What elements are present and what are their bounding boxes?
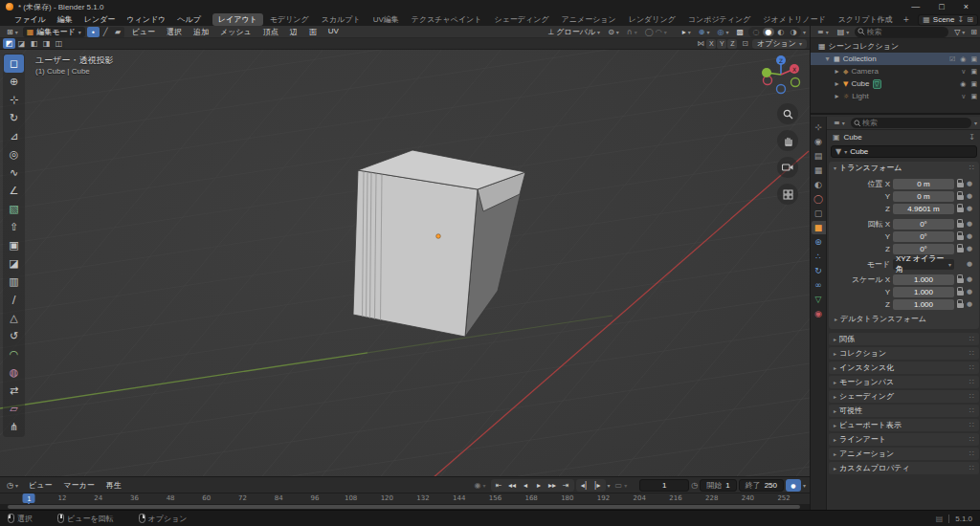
lock-icon[interactable] (957, 183, 964, 187)
tab-world[interactable]: ◯ (812, 192, 826, 206)
playhead[interactable]: 1 (23, 493, 35, 503)
play-button[interactable]: ▸ (533, 481, 546, 490)
keying-set-button[interactable]: ● (786, 479, 801, 492)
outliner-row-camera[interactable]: ▸◆Camera∨▣ (811, 65, 980, 77)
transform-value-field[interactable]: 0° (893, 219, 954, 230)
overlays-toggle[interactable]: ◎▾ (714, 27, 731, 37)
tool-spin[interactable]: ↺ (4, 327, 24, 345)
gizmo-axis-y[interactable] (762, 68, 771, 77)
workspace-tab-1[interactable]: モデリング (264, 13, 315, 26)
previous-keyframe-button[interactable]: ◂◂ (506, 481, 519, 490)
tab-particles[interactable]: ∴ (812, 250, 826, 263)
xray-toggle[interactable]: ▩ (733, 27, 746, 37)
tool-poly-build[interactable]: △ (4, 309, 24, 327)
eye-closed-icon[interactable]: ∨ (961, 68, 966, 76)
transform-value-field[interactable]: 1.000 (893, 274, 954, 285)
transform-value-field[interactable]: 0 m (893, 191, 954, 202)
animate-dot[interactable]: ● (967, 180, 972, 187)
tool-bevel[interactable]: ◪ (4, 254, 24, 273)
editor-type-button[interactable]: ⊞ ▾ (4, 27, 21, 37)
viewport-3d[interactable]: ユーザー・透視投影 (1) Cube | Cube ◻⊕⊹↻⊿◎∿∠▧⇧▣◪▥∕… (0, 50, 810, 476)
face-select-mode[interactable]: ▰ (112, 27, 124, 37)
keying-dropdown[interactable]: ▾ (803, 482, 806, 489)
tab-view-layer[interactable]: ▦ (812, 164, 826, 177)
timeline-menu-1[interactable]: マーカー (57, 480, 100, 491)
viewport-menu-6[interactable]: 面 (303, 27, 323, 37)
mirror-axis-y[interactable]: Y (717, 39, 726, 49)
gizmos-toggle[interactable]: ⊕▾ (696, 27, 713, 37)
tool-scale[interactable]: ⊿ (4, 127, 24, 145)
disclosure-icon[interactable]: ▾ (824, 55, 831, 63)
lock-icon[interactable] (957, 195, 964, 200)
mode-dropdown[interactable]: ▦ 編集モード ▾ (23, 27, 85, 37)
timeline-ruler[interactable]: 1 12243648607284961081201321441561681801… (0, 493, 810, 504)
animate-dot[interactable]: ● (967, 220, 972, 228)
auto-keying-toggle[interactable]: ◉▾ (472, 480, 489, 491)
eye-closed-icon[interactable]: ∨ (961, 93, 966, 100)
workspace-tab-6[interactable]: アニメーション (556, 13, 622, 26)
scene-collection-row[interactable]: ▦ シーンコレクション (811, 40, 980, 53)
gizmo-axis-neg-z[interactable] (777, 85, 786, 94)
rotation-mode-dropdown[interactable]: XYZ オイラー角▾ (893, 259, 954, 270)
pivot-point-dropdown[interactable]: ⊙▾ (605, 27, 622, 37)
outliner-filter-dropdown[interactable]: ▽▾ (951, 27, 968, 37)
jump-to-start-button[interactable]: ⇤ (493, 481, 505, 490)
previous-frame-button[interactable]: ◂| (578, 481, 590, 490)
tool-rip-region[interactable]: ⋔ (4, 418, 24, 436)
material-preview-shading[interactable]: ◐ (775, 28, 787, 36)
transform-value-field[interactable]: 0° (893, 231, 954, 242)
wireframe-shading[interactable]: ◌ (750, 28, 762, 36)
add-workspace-button[interactable]: + (900, 15, 914, 24)
workspace-tab-5[interactable]: シェーディング (488, 13, 554, 26)
tool-cursor[interactable]: ⊕ (4, 73, 24, 91)
tool-annotate[interactable]: ∿ (4, 164, 24, 182)
workspace-tab-3[interactable]: UV編集 (368, 13, 405, 26)
options-dropdown[interactable]: オプション ▾ (752, 39, 807, 49)
viewport-menu-1[interactable]: 選択 (161, 27, 188, 37)
lock-icon[interactable] (957, 223, 964, 228)
viewport-menu-7[interactable]: UV (323, 27, 345, 37)
workspace-tab-10[interactable]: スクリプト作成 (833, 13, 899, 26)
properties-search-input[interactable] (862, 119, 971, 127)
tab-modifiers[interactable]: ⊛ (812, 235, 826, 249)
workspace-tab-8[interactable]: コンポジティング (682, 13, 757, 26)
tab-output[interactable]: ▤ (812, 149, 826, 163)
disclosure-icon[interactable]: ▸ (834, 92, 840, 100)
new-scene-icon[interactable]: ⊞ (967, 15, 973, 24)
workspace-tab-0[interactable]: レイアウト (212, 13, 263, 26)
mirror-axis-z[interactable]: Z (727, 39, 737, 49)
tool-randomize[interactable]: ◍ (4, 363, 24, 382)
pin-id-icon[interactable]: ↧ (969, 133, 975, 142)
eye-icon[interactable]: ◉ (960, 80, 966, 88)
menubar-menu-2[interactable]: レンダー (78, 14, 122, 25)
tab-physics[interactable]: ↻ (812, 264, 826, 277)
tab-object[interactable]: ■ (812, 221, 826, 234)
workspace-tab-4[interactable]: テクスチャペイント (406, 13, 488, 26)
tool-add-cube[interactable]: ▧ (4, 200, 24, 218)
close-button[interactable]: × (964, 2, 969, 11)
select-intersect[interactable]: ◫ (53, 38, 65, 49)
tab-object-data[interactable]: ▽ (812, 293, 826, 306)
camera-icon[interactable]: ▣ (970, 55, 977, 63)
viewport-menu-4[interactable]: 頂点 (257, 27, 284, 37)
mirror-axis-x[interactable]: X (706, 39, 716, 49)
panel-drag-icon[interactable]: ∷ (969, 164, 974, 172)
panel-5[interactable]: ▸可視性∷ (829, 405, 979, 417)
snap-toggle[interactable]: ∩▾ (624, 27, 640, 37)
tab-tool[interactable]: ⊹ (812, 121, 826, 134)
panel-3[interactable]: ▸モーションパス∷ (829, 376, 979, 388)
minimize-button[interactable]: — (911, 2, 920, 11)
frame-start-field[interactable]: 開始 1 (700, 479, 736, 492)
viewport-menu-0[interactable]: ビュー (126, 27, 161, 37)
tool-transform[interactable]: ◎ (4, 145, 24, 164)
panel-7[interactable]: ▸ラインアート∷ (829, 433, 979, 446)
tool-loop-cut[interactable]: ▥ (4, 273, 24, 291)
next-frame-button[interactable]: |▸ (591, 481, 604, 490)
lock-icon[interactable] (957, 278, 964, 283)
transform-value-field[interactable]: 1.000 (893, 299, 954, 310)
menubar-menu-0[interactable]: ファイル (9, 14, 52, 25)
panel-4[interactable]: ▸シェーディング∷ (829, 390, 979, 403)
rendered-shading[interactable]: ◑ (788, 28, 799, 36)
properties-editor-type-button[interactable]: ≡▾ (831, 118, 848, 128)
tool-shear[interactable]: ▱ (4, 400, 24, 418)
